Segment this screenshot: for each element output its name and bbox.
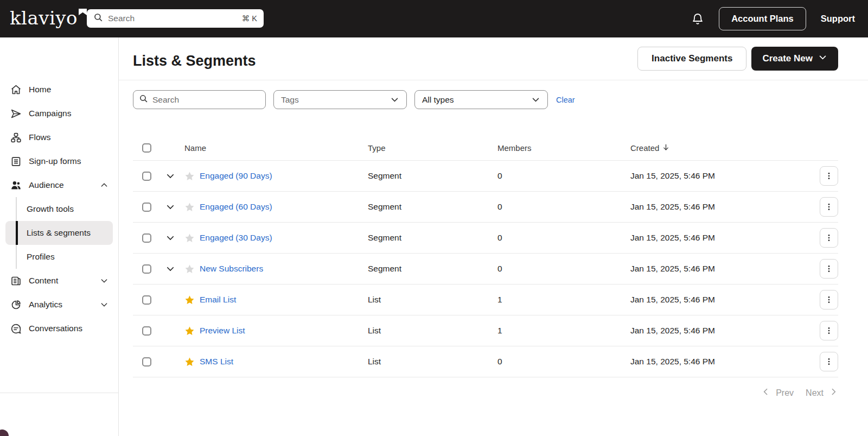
row-expand-chevron-icon[interactable] — [160, 202, 184, 212]
row-actions-kebab-icon[interactable] — [820, 166, 838, 186]
row-name-link[interactable]: SMS List — [200, 357, 233, 367]
account-plans-button[interactable]: Account Plans — [719, 7, 806, 30]
row-checkbox[interactable] — [142, 357, 151, 367]
row-checkbox[interactable] — [142, 203, 151, 212]
column-header-name[interactable]: Name — [184, 143, 368, 153]
filter-bar: Tags All types Clear — [133, 90, 575, 109]
page-title: Lists & Segments — [133, 53, 256, 69]
row-type: Segment — [368, 171, 497, 181]
row-checkbox[interactable] — [142, 172, 151, 181]
row-created: Jan 15, 2025, 5:46 PM — [630, 357, 806, 367]
row-expand-chevron-icon[interactable] — [160, 171, 184, 181]
table-body: Engaged (90 Days) Segment 0 Jan 15, 2025… — [133, 161, 838, 377]
row-type: List — [368, 295, 497, 305]
sidebar-item-label: Flows — [29, 132, 50, 142]
row-name-link[interactable]: New Subscribers — [200, 264, 263, 274]
clear-filters-link[interactable]: Clear — [556, 96, 575, 104]
create-new-label: Create New — [762, 53, 813, 64]
sidebar-item-analytics[interactable]: Analytics — [0, 293, 118, 317]
chevron-down-icon — [531, 95, 540, 104]
row-expand-chevron-icon[interactable] — [160, 233, 184, 243]
lists-segments-table: Name Type Members Created Engaged (90 D — [133, 136, 838, 377]
favorite-star-icon[interactable] — [184, 326, 195, 336]
column-header-type[interactable]: Type — [368, 143, 497, 153]
row-actions-kebab-icon[interactable] — [820, 290, 838, 309]
sidebar-item-conversations[interactable]: Conversations — [0, 317, 118, 340]
search-shortcut-hint: ⌘ K — [242, 14, 257, 23]
row-checkbox[interactable] — [142, 295, 151, 305]
column-header-created[interactable]: Created — [630, 143, 806, 153]
favorite-star-icon[interactable] — [184, 233, 195, 243]
chevron-up-icon[interactable] — [100, 181, 108, 189]
row-type: List — [368, 357, 497, 367]
row-name-link[interactable]: Engaged (60 Days) — [200, 202, 272, 212]
row-members: 0 — [497, 202, 630, 212]
sidebar-item-audience[interactable]: Audience — [0, 173, 118, 197]
row-members: 0 — [497, 171, 630, 181]
row-name-link[interactable]: Preview List — [200, 326, 245, 336]
table-row: Engaged (90 Days) Segment 0 Jan 15, 2025… — [133, 161, 838, 192]
inactive-segments-button[interactable]: Inactive Segments — [637, 47, 746, 71]
row-expand-chevron-icon[interactable] — [160, 264, 184, 274]
sidebar-item-signup-forms[interactable]: Sign-up forms — [0, 149, 118, 173]
global-search-input[interactable] — [108, 14, 237, 23]
favorite-star-icon[interactable] — [184, 357, 195, 367]
row-name-link[interactable]: Engaged (90 Days) — [200, 171, 272, 181]
row-actions-kebab-icon[interactable] — [820, 197, 838, 217]
sidebar-item-lists-segments[interactable]: Lists & segments — [5, 221, 113, 245]
notifications-bell-icon[interactable] — [691, 12, 704, 26]
row-created: Jan 15, 2025, 5:46 PM — [630, 326, 806, 336]
account-avatar[interactable] — [0, 429, 9, 436]
row-created: Jan 15, 2025, 5:46 PM — [630, 171, 806, 181]
create-new-button[interactable]: Create New — [751, 47, 838, 71]
row-actions-kebab-icon[interactable] — [820, 259, 838, 279]
table-search-input[interactable] — [152, 95, 260, 105]
row-created: Jan 15, 2025, 5:46 PM — [630, 264, 806, 274]
favorite-star-icon[interactable] — [184, 264, 195, 274]
row-actions-kebab-icon[interactable] — [820, 228, 838, 248]
sidebar-item-profiles[interactable]: Profiles — [0, 245, 118, 269]
favorite-star-icon[interactable] — [184, 295, 195, 305]
sidebar-item-growth-tools[interactable]: Growth tools — [0, 197, 118, 221]
search-icon — [93, 12, 103, 24]
sidebar-item-label: Content — [29, 276, 58, 286]
sidebar-item-home[interactable]: Home — [0, 78, 118, 102]
row-checkbox[interactable] — [142, 264, 151, 274]
row-created: Jan 15, 2025, 5:46 PM — [630, 233, 806, 243]
row-type: List — [368, 326, 497, 336]
row-name-link[interactable]: Email List — [200, 295, 236, 305]
chevron-down-icon[interactable] — [100, 276, 108, 285]
form-icon — [10, 155, 22, 167]
sidebar-item-label: Growth tools — [27, 204, 74, 214]
column-header-members[interactable]: Members — [497, 143, 630, 153]
select-all-checkbox[interactable] — [142, 143, 151, 153]
table-row: New Subscribers Segment 0 Jan 15, 2025, … — [133, 254, 838, 285]
sidebar-item-content[interactable]: Content — [0, 269, 118, 293]
chevron-down-icon — [818, 53, 827, 65]
type-filter-dropdown[interactable]: All types — [414, 90, 548, 109]
send-icon — [10, 108, 22, 119]
klaviyo-logo[interactable]: klaviyo — [10, 8, 87, 28]
favorite-star-icon[interactable] — [184, 171, 195, 181]
sidebar-item-label: Profiles — [27, 252, 55, 262]
sidebar-item-flows[interactable]: Flows — [0, 125, 118, 149]
row-checkbox[interactable] — [142, 233, 151, 243]
support-link[interactable]: Support — [821, 14, 855, 24]
topbar: klaviyo ⌘ K Account Plans Support — [0, 0, 868, 37]
next-page-button[interactable]: Next — [806, 387, 838, 399]
row-actions-kebab-icon[interactable] — [820, 321, 838, 340]
tags-filter-dropdown[interactable]: Tags — [273, 90, 407, 109]
prev-page-button[interactable]: Prev — [761, 387, 794, 399]
sidebar-item-campaigns[interactable]: Campaigns — [0, 102, 118, 125]
favorite-star-icon[interactable] — [184, 202, 195, 212]
table-header-row: Name Type Members Created — [133, 136, 838, 161]
row-name-link[interactable]: Engaged (30 Days) — [200, 233, 272, 243]
sidebar-item-label: Home — [29, 85, 51, 94]
pagination: Prev Next — [761, 387, 838, 399]
sidebar-item-label: Lists & segments — [27, 228, 91, 238]
klaviyo-app: klaviyo ⌘ K Account Plans Support — [0, 0, 868, 436]
klaviyo-wordmark: klaviyo — [10, 8, 78, 28]
row-actions-kebab-icon[interactable] — [820, 352, 838, 371]
row-checkbox[interactable] — [142, 326, 151, 336]
chevron-down-icon[interactable] — [100, 300, 108, 309]
